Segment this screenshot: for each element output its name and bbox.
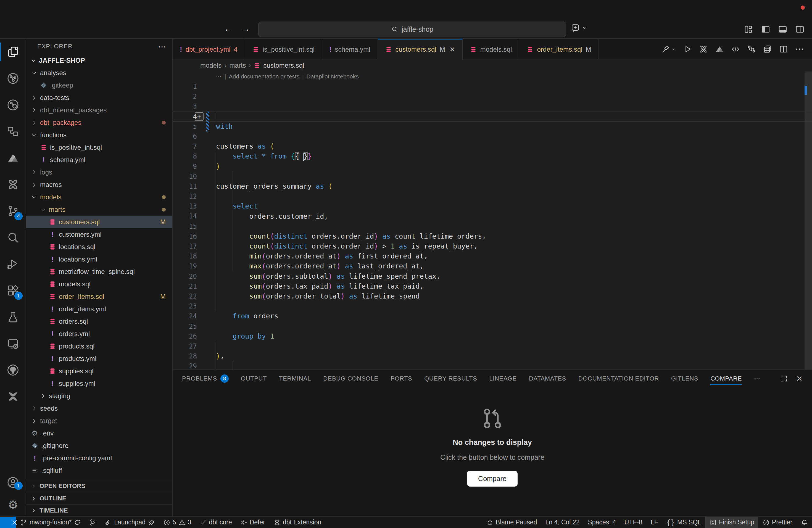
git-graph-item[interactable]: [85, 517, 101, 528]
maximize-panel-icon[interactable]: [780, 375, 788, 383]
activity-datapilot[interactable]: [0, 145, 26, 171]
panel-tab-datamates[interactable]: DATAMATES: [529, 370, 566, 387]
activity-github[interactable]: [0, 357, 26, 383]
command-center-search[interactable]: jaffle-shop: [258, 21, 566, 37]
breadcrumb-item[interactable]: customers.sql: [263, 62, 304, 69]
git-compare-button[interactable]: [747, 44, 756, 54]
code-line-28[interactable]: 28 select: [173, 351, 812, 361]
panel-tab-gitlens[interactable]: GITLENS: [671, 370, 698, 387]
prettier-item[interactable]: Prettier: [758, 517, 797, 528]
section-open-editors[interactable]: OPEN EDITORS: [26, 480, 172, 492]
tree-item-.sqlfluffignore[interactable]: .sqlfluffignore: [26, 477, 172, 480]
tree-item-metricflow_time_spine.sql[interactable]: metricflow_time_spine.sql: [26, 266, 172, 278]
tree-item-supplies.sql[interactable]: supplies.sql: [26, 365, 172, 378]
section-outline[interactable]: OUTLINE: [26, 492, 172, 504]
tree-item-.env[interactable]: ⚙.env: [26, 427, 172, 440]
datapilot-button[interactable]: [715, 44, 724, 54]
activity-dbt-query[interactable]: [0, 92, 26, 118]
panel-tab-debug-console[interactable]: DEBUG CONSOLE: [323, 370, 378, 387]
query-results-button[interactable]: [763, 44, 772, 54]
indentation[interactable]: Spaces: 4: [584, 517, 620, 528]
blame-item[interactable]: Blame Paused: [482, 517, 541, 528]
code-line-7[interactable]: 7customer_orders_summary as (: [173, 142, 812, 151]
tab-is_positive_int.sql[interactable]: is_positive_int.sql: [245, 39, 322, 59]
activity-run-debug[interactable]: [0, 251, 26, 277]
tree-item-target[interactable]: target: [26, 415, 172, 427]
breadcrumb-item[interactable]: models: [200, 62, 221, 69]
close-panel-icon[interactable]: ✕: [796, 374, 802, 383]
compare-button[interactable]: Compare: [467, 471, 518, 487]
tree-item-.pre-commit-config.yaml[interactable]: !.pre-commit-config.yaml: [26, 452, 172, 465]
code-line-10[interactable]: 10 orders.customer_id,: [173, 172, 812, 181]
code-line-16[interactable]: 16 sum(orders.subtotal) as lifetime_spen…: [173, 231, 812, 241]
activity-search[interactable]: [0, 224, 26, 251]
close-icon[interactable]: ✕: [450, 46, 455, 53]
editor-scrollbar[interactable]: [804, 72, 812, 369]
activity-remote-explorer[interactable]: [0, 330, 26, 357]
code-line-13[interactable]: 13 count(distinct orders.order_id) > 1 a…: [173, 201, 812, 211]
compiled-code-button[interactable]: [731, 44, 740, 54]
tree-item-data-tests[interactable]: data-tests: [26, 92, 172, 104]
code-line-6[interactable]: 6: [173, 131, 812, 142]
code-line-17[interactable]: 17 sum(orders.tax_paid) as lifetime_tax_…: [173, 241, 812, 251]
tree-item-customers.yml[interactable]: !customers.yml: [26, 229, 172, 241]
code-line-27[interactable]: 27: [173, 341, 812, 351]
tree-item-order_items.sql[interactable]: order_items.sqlM: [26, 291, 172, 303]
code-line-9[interactable]: 9 select: [173, 162, 812, 172]
activity-source-control[interactable]: 4: [0, 198, 26, 224]
tree-item-functions[interactable]: functions: [26, 129, 172, 142]
code-line-5[interactable]: 5): [173, 121, 812, 131]
tree-item-orders.yml[interactable]: !orders.yml: [26, 328, 172, 340]
panel-tab-query-results[interactable]: QUERY RESULTS: [424, 370, 477, 387]
tree-item-macros[interactable]: macros: [26, 179, 172, 191]
encoding[interactable]: UTF-8: [620, 517, 647, 528]
toggle-secondary-sidebar-icon[interactable]: [795, 24, 805, 34]
nav-back-button[interactable]: ←: [224, 23, 233, 34]
tree-item-.gitkeep[interactable]: .gitkeep: [26, 79, 172, 92]
tab-dbt_project.yml[interactable]: !dbt_project.yml 4: [173, 39, 245, 59]
explorer-more-actions-icon[interactable]: ⋯: [158, 42, 166, 52]
activity-explorer[interactable]: [0, 39, 26, 65]
breadcrumb-item[interactable]: marts: [229, 62, 246, 69]
tree-item-is_positive_int.sql[interactable]: is_positive_int.sql: [26, 142, 172, 154]
tree-item-supplies.yml[interactable]: !supplies.yml: [26, 378, 172, 390]
panel-tab-lineage[interactable]: LINEAGE: [489, 370, 517, 387]
tree-item-analyses[interactable]: analyses: [26, 67, 172, 79]
remote-indicator[interactable]: [0, 517, 16, 528]
toggle-panel-icon[interactable]: [778, 24, 788, 34]
activity-flow[interactable]: [0, 118, 26, 145]
tree-item-locations.yml[interactable]: !locations.yml: [26, 253, 172, 266]
activity-settings[interactable]: ⚙: [0, 494, 26, 516]
code-line-14[interactable]: 14 min(orders.ordered_at) as first_order…: [173, 211, 812, 221]
notifications-bell[interactable]: [797, 517, 812, 528]
tree-item-staging[interactable]: staging: [26, 390, 172, 402]
tree-item-order_items.yml[interactable]: !order_items.yml: [26, 303, 172, 316]
tab-schema.yml[interactable]: !schema.yml: [322, 39, 378, 59]
tree-item-seeds[interactable]: seeds: [26, 402, 172, 415]
activity-dbt-x[interactable]: [0, 383, 26, 410]
tree-item-.gitignore[interactable]: .gitignore: [26, 440, 172, 452]
panel-tab-documentation-editor[interactable]: DOCUMENTATION EDITOR: [578, 370, 659, 387]
breadcrumb[interactable]: models› marts› customers.sql: [173, 59, 812, 72]
tab-models.sql[interactable]: models.sql: [463, 39, 520, 59]
activity-dbt-power-user[interactable]: [0, 171, 26, 198]
tree-item-models[interactable]: models: [26, 191, 172, 204]
panel-tab-problems[interactable]: PROBLEMS 8: [182, 370, 229, 387]
run-button[interactable]: [683, 44, 692, 54]
branch-item[interactable]: mwong-fusion*: [16, 517, 85, 528]
panel-tab-compare[interactable]: COMPARE: [710, 370, 742, 387]
code-line-25[interactable]: 25: [173, 321, 812, 332]
code-line-24[interactable]: 24),: [173, 311, 812, 321]
tree-item-marts[interactable]: marts: [26, 204, 172, 216]
code-line-23[interactable]: 23: [173, 301, 812, 311]
section-timeline[interactable]: TIMELINE: [26, 504, 172, 516]
language-mode[interactable]: {}MS SQL: [662, 517, 706, 528]
dbt-core-item[interactable]: dbt core: [195, 517, 236, 528]
code-line-18[interactable]: 18 sum(orders.order_total) as lifetime_s…: [173, 251, 812, 261]
code-line-29[interactable]: 29 customers.*,: [173, 361, 812, 369]
defer-item[interactable]: Defer: [236, 517, 269, 528]
dbt-power-user-button[interactable]: [699, 44, 708, 54]
split-editor-button[interactable]: [779, 44, 788, 54]
tree-item-dbt_packages[interactable]: dbt_packages: [26, 117, 172, 129]
launchpad-item[interactable]: Launchpad: [101, 517, 159, 528]
